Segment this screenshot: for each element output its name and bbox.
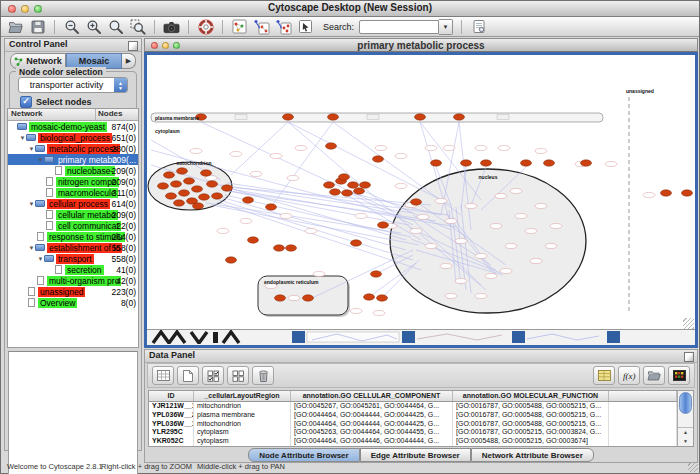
table-row[interactable]: YKR052Ccytoplasm[GO:0044464, GO:0044446,… [149, 437, 677, 446]
table-column-header[interactable]: annotation.GO MOLECULAR_FUNCTION [453, 391, 609, 401]
tree-row[interactable]: secretion41(0) [8, 264, 138, 275]
annotation-icon[interactable] [297, 19, 314, 35]
tree-expand-arrow[interactable]: ▼ [28, 201, 35, 207]
tree-expand-arrow[interactable]: ▼ [28, 245, 35, 251]
tree-header-nodes[interactable]: Nodes [95, 109, 138, 120]
table-row[interactable]: YPL036W__2plasma membrane[GO:0044464, GO… [149, 411, 677, 420]
view-resize-grip[interactable] [683, 318, 694, 329]
tree-row[interactable]: ▼metabolic process280(0) [8, 143, 138, 154]
select-nodes-checkbox[interactable]: ✓ [20, 96, 32, 108]
table-row[interactable]: YLR295Ccytoplasm[GO:0045263, GO:0044464,… [149, 428, 677, 437]
tree-row[interactable]: unassigned223(0) [8, 286, 138, 297]
tree-header-network[interactable]: Network [8, 109, 95, 120]
tree-row[interactable]: multi-organism pro42(0) [8, 275, 138, 286]
table-cell: [GO:0045267, GO:0045261, GO:0044464, G..… [291, 402, 453, 411]
zoom-fit-icon[interactable] [107, 19, 124, 35]
node-label-tag [395, 183, 407, 188]
attribute-table-icon[interactable] [593, 366, 615, 385]
graph-node [342, 190, 353, 196]
tree-row[interactable]: ▼transport558(0) [8, 253, 138, 264]
tree-row[interactable]: mosaic-demo-yeast874(0) [8, 121, 138, 132]
network-view-window: primary metabolic process plasma membran… [144, 38, 698, 348]
snapshot-camera-icon[interactable] [163, 19, 180, 35]
tree-row[interactable]: ▼primary metabo209(... [8, 154, 138, 165]
tree-row[interactable]: cellular metabo209(0) [8, 209, 138, 220]
tree-row[interactable]: ▼establishment of lo558(0) [8, 242, 138, 253]
tree-expand-arrow[interactable]: ▼ [37, 256, 44, 262]
save-session-icon[interactable] [29, 19, 46, 35]
node-label-tag [445, 218, 457, 223]
tree-row[interactable]: macromolecule311(0) [8, 187, 138, 198]
node-label-tag [475, 145, 487, 150]
node-label-tag [535, 203, 547, 208]
float-panel-icon[interactable] [128, 41, 138, 51]
heatmap-icon[interactable] [668, 366, 690, 385]
node-label-tag [510, 188, 522, 193]
tree-row[interactable]: nucleobase-209(0) [8, 165, 138, 176]
table-row[interactable]: YPL036W__1mitochondrion[GO:0044464, GO:0… [149, 420, 677, 429]
open-session-icon[interactable] [7, 19, 24, 35]
tree-expand-arrow[interactable]: ▼ [28, 146, 35, 152]
tab-network-attribute-browser[interactable]: Network Attribute Browser [471, 448, 594, 462]
node-label-tag [475, 293, 487, 298]
tree-expand-arrow[interactable]: ▼ [37, 157, 44, 163]
search-input[interactable] [359, 20, 439, 34]
birds-eye-view[interactable] [8, 351, 138, 474]
table-column-header[interactable]: _cellularLayoutRegion [194, 391, 291, 401]
zoom-in-icon[interactable] [85, 19, 102, 35]
table-vertical-scrollbar[interactable]: ▲▼ [677, 391, 693, 446]
tree-row[interactable]: cell communicat22(0) [8, 220, 138, 231]
graph-node [303, 295, 314, 301]
scrollbar-thumb[interactable] [679, 392, 692, 414]
tree-expand-arrow[interactable]: ▼ [19, 135, 26, 141]
tree-row-label: primary metabo [56, 155, 119, 165]
import-attributes-folder-icon[interactable] [643, 366, 665, 385]
window-titlebar[interactable]: Cytoscape Desktop (New Session) [1, 1, 699, 17]
help-lifesaver-icon[interactable] [197, 19, 214, 35]
tree-row[interactable]: ▼cellular process614(0) [8, 198, 138, 209]
graph-node [177, 168, 188, 174]
new-attribute-icon[interactable] [177, 366, 199, 385]
tree-row[interactable]: Overview8(0) [8, 297, 138, 308]
graph-node [351, 240, 362, 246]
zoom-out-icon[interactable] [63, 19, 80, 35]
tree-row[interactable]: response to stimulu264(0) [8, 231, 138, 242]
table-column-header[interactable]: ID [149, 391, 194, 401]
select-all-attributes-icon[interactable] [202, 366, 224, 385]
unselect-attributes-icon[interactable] [227, 366, 249, 385]
search-dropdown-arrow[interactable]: ▼ [439, 19, 453, 35]
window-resize-grip[interactable] [688, 462, 698, 472]
graph-node [377, 295, 388, 301]
scrollbar-arrows[interactable]: ▲▼ [678, 427, 693, 446]
node-label-tag [373, 310, 385, 315]
copy-network-attributes-icon[interactable] [275, 19, 292, 35]
node-label-tag [230, 151, 242, 156]
graph-node [378, 222, 389, 228]
attribute-select-icon[interactable] [152, 366, 174, 385]
tree-row-label: cell communicat [56, 221, 121, 231]
network-window-titlebar[interactable]: primary metabolic process [144, 38, 698, 52]
tab-node-attribute-browser[interactable]: Node Attribute Browser [248, 448, 360, 462]
graph-node [193, 203, 204, 209]
search-config-icon[interactable] [470, 19, 487, 35]
network-view-icon[interactable] [231, 19, 248, 35]
network-canvas-svg[interactable]: plasma membranecytoplasmmitochondrionnuc… [147, 55, 695, 330]
node-color-dropdown[interactable]: transporter activity ▲▼ [18, 77, 128, 93]
graph-node [661, 190, 672, 196]
toolbar-separator [188, 20, 189, 34]
delete-attribute-trash-icon[interactable] [252, 366, 274, 385]
table-row[interactable]: YJR121W__1mitochondrion[GO:0045267, GO:0… [149, 402, 677, 411]
graph-node [275, 295, 286, 301]
tree-row-label: nucleobase- [65, 166, 115, 176]
float-panel-icon[interactable] [684, 352, 694, 362]
formula-builder-icon[interactable]: f(x) [618, 366, 640, 385]
tab-edge-attribute-browser[interactable]: Edge Attribute Browser [360, 448, 471, 462]
table-column-header[interactable]: annotation.GO CELLULAR_COMPONENT [291, 391, 453, 401]
table-cell: [GO:0044464, GO:0044444, GO:0044425, G..… [291, 420, 453, 429]
more-tabs-arrow[interactable]: ▶ [122, 53, 136, 69]
tree-row[interactable]: ▼biological_process651(0) [8, 132, 138, 143]
zoom-selected-icon[interactable] [129, 19, 146, 35]
node-label-tag [395, 153, 407, 158]
tree-row[interactable]: nitrogen compo209(0) [8, 176, 138, 187]
copy-network-icon[interactable] [253, 19, 270, 35]
